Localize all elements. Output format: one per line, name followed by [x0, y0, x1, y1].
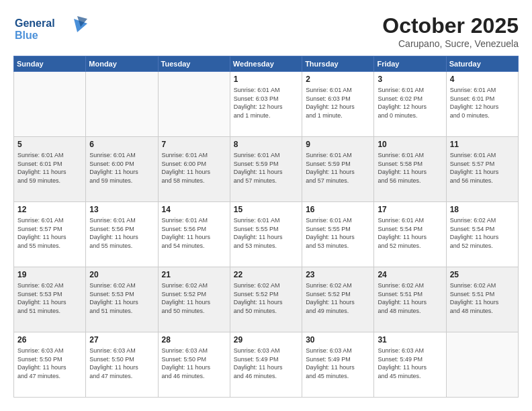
day-info: Sunrise: 6:02 AM Sunset: 5:51 PM Dayligh… [378, 281, 442, 315]
month-title: October 2025 [382, 13, 519, 38]
day-info: Sunrise: 6:01 AM Sunset: 5:59 PM Dayligh… [234, 151, 298, 185]
logo: General Blue [13, 13, 87, 46]
calendar-cell: 2Sunrise: 6:01 AM Sunset: 6:03 PM Daylig… [302, 72, 374, 137]
day-number: 25 [450, 270, 515, 279]
day-number: 13 [89, 205, 154, 214]
calendar-table: SundayMondayTuesdayWednesdayThursdayFrid… [13, 56, 519, 398]
calendar-week-row: 1Sunrise: 6:01 AM Sunset: 6:03 PM Daylig… [14, 72, 519, 137]
calendar-cell: 5Sunrise: 6:01 AM Sunset: 6:01 PM Daylig… [14, 137, 86, 202]
day-info: Sunrise: 6:01 AM Sunset: 5:59 PM Dayligh… [306, 151, 370, 185]
calendar-cell: 3Sunrise: 6:01 AM Sunset: 6:02 PM Daylig… [374, 72, 446, 137]
weekday-header-tuesday: Tuesday [158, 56, 230, 72]
calendar-cell: 15Sunrise: 6:01 AM Sunset: 5:55 PM Dayli… [230, 202, 302, 267]
day-info: Sunrise: 6:01 AM Sunset: 6:01 PM Dayligh… [450, 86, 515, 120]
calendar-cell: 11Sunrise: 6:01 AM Sunset: 5:57 PM Dayli… [446, 137, 518, 202]
day-number: 6 [89, 140, 154, 149]
weekday-header-saturday: Saturday [446, 56, 518, 72]
calendar-cell [14, 72, 86, 137]
calendar-cell: 22Sunrise: 6:02 AM Sunset: 5:52 PM Dayli… [230, 267, 302, 332]
day-info: Sunrise: 6:01 AM Sunset: 5:55 PM Dayligh… [234, 216, 298, 250]
day-number: 2 [306, 75, 370, 84]
day-number: 20 [89, 270, 154, 279]
calendar-cell: 13Sunrise: 6:01 AM Sunset: 5:56 PM Dayli… [86, 202, 158, 267]
day-number: 30 [306, 335, 370, 345]
day-number: 27 [89, 335, 154, 345]
day-number: 22 [234, 270, 298, 279]
calendar-cell: 25Sunrise: 6:02 AM Sunset: 5:51 PM Dayli… [446, 267, 518, 332]
header: General Blue October 2025 Carupano, Sucr… [13, 13, 519, 49]
day-number: 10 [378, 140, 442, 149]
day-number: 5 [17, 140, 82, 149]
day-info: Sunrise: 6:02 AM Sunset: 5:51 PM Dayligh… [450, 281, 515, 315]
calendar-cell: 6Sunrise: 6:01 AM Sunset: 6:00 PM Daylig… [86, 137, 158, 202]
calendar-cell: 19Sunrise: 6:02 AM Sunset: 5:53 PM Dayli… [14, 267, 86, 332]
day-number: 12 [17, 205, 82, 214]
day-info: Sunrise: 6:01 AM Sunset: 5:57 PM Dayligh… [450, 151, 515, 185]
calendar-cell: 26Sunrise: 6:03 AM Sunset: 5:50 PM Dayli… [14, 332, 86, 398]
calendar-cell: 17Sunrise: 6:01 AM Sunset: 5:54 PM Dayli… [374, 202, 446, 267]
day-number: 31 [378, 335, 442, 345]
day-number: 11 [450, 140, 515, 149]
calendar-cell: 7Sunrise: 6:01 AM Sunset: 6:00 PM Daylig… [158, 137, 230, 202]
day-info: Sunrise: 6:03 AM Sunset: 5:50 PM Dayligh… [17, 347, 82, 380]
calendar-week-row: 19Sunrise: 6:02 AM Sunset: 5:53 PM Dayli… [14, 267, 519, 332]
day-info: Sunrise: 6:02 AM Sunset: 5:53 PM Dayligh… [89, 281, 154, 315]
calendar-cell: 1Sunrise: 6:01 AM Sunset: 6:03 PM Daylig… [230, 72, 302, 137]
day-info: Sunrise: 6:02 AM Sunset: 5:52 PM Dayligh… [234, 281, 298, 315]
day-number: 24 [378, 270, 442, 279]
day-number: 16 [306, 205, 370, 214]
title-block: October 2025 Carupano, Sucre, Venezuela [382, 13, 519, 49]
calendar-week-row: 26Sunrise: 6:03 AM Sunset: 5:50 PM Dayli… [14, 332, 519, 398]
day-number: 19 [17, 270, 82, 279]
calendar-cell: 28Sunrise: 6:03 AM Sunset: 5:50 PM Dayli… [158, 332, 230, 398]
logo-icon: General Blue [13, 13, 87, 44]
day-info: Sunrise: 6:02 AM Sunset: 5:53 PM Dayligh… [17, 281, 82, 315]
weekday-header-friday: Friday [374, 56, 446, 72]
weekday-header-sunday: Sunday [14, 56, 86, 72]
day-number: 15 [234, 205, 298, 214]
calendar-cell: 10Sunrise: 6:01 AM Sunset: 5:58 PM Dayli… [374, 137, 446, 202]
day-number: 29 [234, 335, 298, 345]
day-number: 9 [306, 140, 370, 149]
day-number: 17 [378, 205, 442, 214]
calendar-cell: 31Sunrise: 6:03 AM Sunset: 5:49 PM Dayli… [374, 332, 446, 398]
calendar-cell [86, 72, 158, 137]
day-info: Sunrise: 6:03 AM Sunset: 5:49 PM Dayligh… [378, 347, 442, 380]
day-number: 28 [162, 335, 226, 345]
day-number: 14 [162, 205, 226, 214]
day-info: Sunrise: 6:01 AM Sunset: 5:58 PM Dayligh… [378, 151, 442, 185]
page: General Blue October 2025 Carupano, Sucr… [0, 0, 532, 411]
weekday-header-wednesday: Wednesday [230, 56, 302, 72]
day-info: Sunrise: 6:01 AM Sunset: 6:03 PM Dayligh… [234, 86, 298, 120]
svg-text:Blue: Blue [15, 30, 38, 41]
day-info: Sunrise: 6:02 AM Sunset: 5:52 PM Dayligh… [162, 281, 226, 315]
day-info: Sunrise: 6:01 AM Sunset: 6:02 PM Dayligh… [378, 86, 442, 120]
calendar-cell [446, 332, 518, 398]
calendar-cell: 23Sunrise: 6:02 AM Sunset: 5:52 PM Dayli… [302, 267, 374, 332]
calendar-cell: 24Sunrise: 6:02 AM Sunset: 5:51 PM Dayli… [374, 267, 446, 332]
weekday-header-monday: Monday [86, 56, 158, 72]
day-info: Sunrise: 6:03 AM Sunset: 5:50 PM Dayligh… [89, 347, 154, 380]
calendar-cell: 8Sunrise: 6:01 AM Sunset: 5:59 PM Daylig… [230, 137, 302, 202]
weekday-header-thursday: Thursday [302, 56, 374, 72]
calendar-week-row: 5Sunrise: 6:01 AM Sunset: 6:01 PM Daylig… [14, 137, 519, 202]
day-info: Sunrise: 6:01 AM Sunset: 6:00 PM Dayligh… [89, 151, 154, 185]
day-info: Sunrise: 6:01 AM Sunset: 5:54 PM Dayligh… [378, 216, 442, 250]
calendar-cell: 18Sunrise: 6:02 AM Sunset: 5:54 PM Dayli… [446, 202, 518, 267]
day-info: Sunrise: 6:03 AM Sunset: 5:49 PM Dayligh… [234, 347, 298, 380]
calendar-cell: 14Sunrise: 6:01 AM Sunset: 5:56 PM Dayli… [158, 202, 230, 267]
day-number: 8 [234, 140, 298, 149]
calendar-cell: 20Sunrise: 6:02 AM Sunset: 5:53 PM Dayli… [86, 267, 158, 332]
calendar-cell: 27Sunrise: 6:03 AM Sunset: 5:50 PM Dayli… [86, 332, 158, 398]
calendar-cell: 4Sunrise: 6:01 AM Sunset: 6:01 PM Daylig… [446, 72, 518, 137]
day-number: 21 [162, 270, 226, 279]
calendar-cell: 16Sunrise: 6:01 AM Sunset: 5:55 PM Dayli… [302, 202, 374, 267]
day-info: Sunrise: 6:01 AM Sunset: 6:01 PM Dayligh… [17, 151, 82, 185]
calendar-cell: 21Sunrise: 6:02 AM Sunset: 5:52 PM Dayli… [158, 267, 230, 332]
day-info: Sunrise: 6:01 AM Sunset: 5:55 PM Dayligh… [306, 216, 370, 250]
day-info: Sunrise: 6:03 AM Sunset: 5:50 PM Dayligh… [162, 347, 226, 380]
day-number: 7 [162, 140, 226, 149]
day-info: Sunrise: 6:01 AM Sunset: 6:00 PM Dayligh… [162, 151, 226, 185]
svg-text:General: General [15, 17, 55, 29]
calendar-cell: 30Sunrise: 6:03 AM Sunset: 5:49 PM Dayli… [302, 332, 374, 398]
